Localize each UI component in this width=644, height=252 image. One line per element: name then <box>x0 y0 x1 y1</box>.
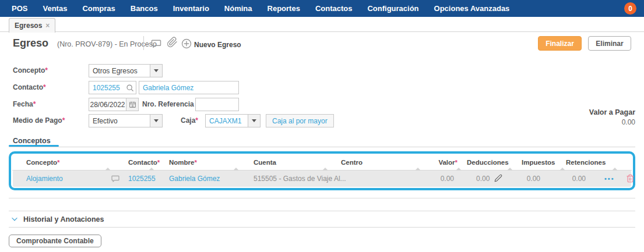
contacto-label: Contacto* <box>13 81 46 94</box>
fecha-value: 28/06/2022 <box>89 101 126 109</box>
table-row: Alojamiento 1025255 Gabriela Gómez 51550… <box>13 171 631 187</box>
content-divider <box>9 198 635 198</box>
concepto-label: Concepto* <box>13 64 48 77</box>
comment-icon[interactable] <box>150 38 162 49</box>
section-divider <box>9 147 635 147</box>
caja-label: Caja* <box>181 114 198 127</box>
eliminar-button[interactable]: Eliminar <box>588 36 631 51</box>
caja-al-por-mayor-tag[interactable]: Caja al por mayor <box>266 114 334 127</box>
calendar-icon[interactable] <box>126 98 138 111</box>
chevron-down-icon <box>10 215 19 223</box>
nav-item-opciones-avanzadas[interactable]: Opciones Avanzadas <box>434 4 510 13</box>
nav-item-configuracion[interactable]: Configuración <box>367 4 418 13</box>
row-concepto-link[interactable]: Alojamiento <box>26 171 63 187</box>
nro-referencia-input[interactable] <box>195 98 239 111</box>
contacto-name-value: Gabriela Gómez <box>143 84 193 92</box>
contacto-code-input[interactable]: 1025255 <box>89 81 136 94</box>
fecha-label: Fecha* <box>13 98 36 111</box>
tab-egresos[interactable]: Egresos × <box>9 18 55 33</box>
col-header-deducciones[interactable]: Deducciones <box>467 156 509 169</box>
nuevo-egreso-button[interactable]: Nuevo Egreso <box>194 41 241 49</box>
row-contacto-link[interactable]: 1025255 <box>128 171 156 187</box>
delete-row-trash-icon[interactable] <box>626 174 635 183</box>
row-valor-value[interactable]: 0.00 <box>441 171 454 187</box>
caja-select[interactable]: CAJAXM1 <box>205 114 261 127</box>
nav-item-compras[interactable]: Compras <box>82 4 115 13</box>
chevron-down-icon[interactable] <box>150 65 162 77</box>
concepto-select-value: Otros Egresos <box>89 65 150 77</box>
nav-item-pos[interactable]: POS <box>12 4 27 13</box>
row-cuenta-value[interactable]: 515505 - Gastos de Viaje Al... <box>254 171 346 187</box>
notification-badge[interactable]: 0 <box>624 2 636 15</box>
tab-close-icon[interactable]: × <box>45 22 50 30</box>
contacto-code-value: 1025255 <box>93 84 124 92</box>
row-more-icon[interactable]: ••• <box>604 171 615 187</box>
top-nav: POS Ventas Compras Bancos Inventario Nóm… <box>0 0 644 17</box>
valor-a-pagar-value: 0.00 <box>622 118 635 126</box>
nav-item-ventas[interactable]: Ventas <box>43 4 67 13</box>
caja-value: CAJAXM1 <box>206 115 248 127</box>
historial-label: Historial y Anotaciones <box>23 215 104 223</box>
tab-conceptos[interactable]: Conceptos <box>13 137 51 145</box>
plus-circle-icon[interactable] <box>181 38 192 49</box>
valor-a-pagar-label: Valor a Pagar <box>589 108 635 116</box>
col-header-contacto[interactable]: Contacto* <box>128 156 160 169</box>
attachment-icon[interactable] <box>167 37 178 48</box>
concepto-select[interactable]: Otros Egresos <box>89 64 163 77</box>
chevron-down-icon[interactable] <box>248 115 260 127</box>
page-subtitle: (Nro. PROV-879) - En Proceso <box>57 40 157 48</box>
page-title: Egreso <box>13 37 48 49</box>
conceptos-table-highlight: Concepto* Contacto* Nombre* Cuenta Centr… <box>9 151 635 190</box>
edit-pencil-icon[interactable] <box>494 174 502 182</box>
col-header-concepto[interactable]: Concepto* <box>26 156 60 169</box>
contacto-name-input[interactable]: Gabriela Gómez <box>139 81 239 94</box>
medio-de-pago-label: Medio de Pago* <box>13 114 65 127</box>
egreso-page: POS Ventas Compras Bancos Inventario Nóm… <box>0 0 644 252</box>
chevron-down-icon[interactable] <box>150 115 162 127</box>
nav-item-reportes[interactable]: Reportes <box>268 4 300 13</box>
col-header-impuestos[interactable]: Impuestos <box>522 156 555 169</box>
fecha-input[interactable]: 28/06/2022 <box>89 98 139 111</box>
table-header-row: Concepto* Contacto* Nombre* Cuenta Centr… <box>11 156 633 169</box>
medio-de-pago-value: Efectivo <box>89 115 150 127</box>
row-deducciones-value[interactable]: 0.00 <box>476 171 490 187</box>
row-retenciones-value[interactable]: 0.00 <box>572 171 586 187</box>
nro-referencia-label: Nro. Referencia <box>142 98 194 111</box>
header-divider <box>143 36 144 50</box>
row-impuestos-value[interactable]: 0.00 <box>527 171 540 187</box>
historial-bottom-border <box>9 227 635 228</box>
nav-item-contactos[interactable]: Contactos <box>315 4 353 13</box>
nav-item-inventario[interactable]: Inventario <box>173 4 209 13</box>
nav-item-nomina[interactable]: Nómina <box>224 4 252 13</box>
col-header-nombre[interactable]: Nombre* <box>169 156 197 169</box>
col-header-cuenta[interactable]: Cuenta <box>254 156 276 169</box>
search-icon[interactable] <box>124 84 136 92</box>
finalizar-button[interactable]: Finalizar <box>538 36 582 51</box>
tab-bar: Egresos × <box>0 17 644 32</box>
col-header-centro[interactable]: Centro <box>341 156 363 169</box>
col-header-valor[interactable]: Valor* <box>438 156 458 169</box>
nav-item-bancos[interactable]: Bancos <box>131 4 158 13</box>
row-comment-icon[interactable] <box>111 174 120 183</box>
col-header-retenciones[interactable]: Retenciones <box>566 156 606 169</box>
medio-de-pago-select[interactable]: Efectivo <box>89 114 163 127</box>
row-nombre-link[interactable]: Gabriela Gómez <box>169 171 220 187</box>
comprobante-contable-button[interactable]: Comprobante Contable <box>9 235 101 247</box>
historial-section-toggle[interactable]: Historial y Anotaciones <box>9 211 635 227</box>
tab-egresos-label: Egresos <box>15 22 42 30</box>
